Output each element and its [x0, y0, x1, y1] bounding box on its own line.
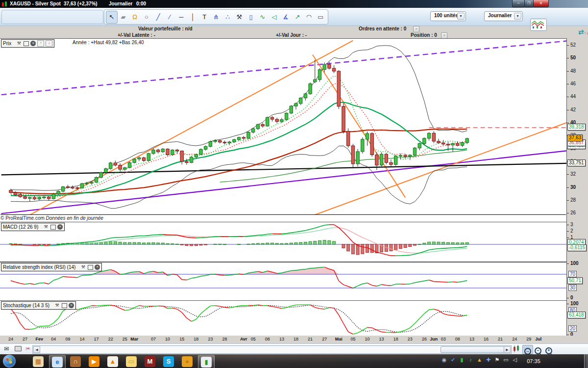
vertical-line-tool-icon[interactable]: │ [187, 11, 199, 24]
music-tray-icon[interactable]: ♪ [466, 357, 475, 363]
mail-icon[interactable]: ✉ [4, 345, 9, 352]
close-pane-icon[interactable]: × [95, 264, 100, 270]
time-axis-label: 14 [79, 337, 84, 342]
utility-tray-icon[interactable]: ▲ [475, 357, 484, 363]
tools-settings-tool-icon[interactable]: ⚒ [234, 11, 245, 24]
app-statusbar: ✉ ✂× ◀ ▶ ↔ − + [0, 343, 588, 355]
triangle-pattern-tool-icon[interactable]: ◁ [269, 11, 280, 24]
candle-pattern-icon[interactable] [512, 345, 521, 353]
settings-wrench-icon[interactable]: ⚒ [54, 303, 60, 308]
volume-tray-icon[interactable]: ◁ [511, 357, 519, 363]
rsi-pane-header: Relative strength index (RSI) (14) ⚒ × [1, 263, 102, 271]
time-axis-label: 10 [165, 337, 170, 342]
candle [394, 156, 397, 164]
alarm-tool-icon[interactable]: Ω [129, 11, 141, 24]
angle-lines-tool-icon[interactable]: ∡ [280, 11, 292, 24]
start-button[interactable] [3, 355, 16, 368]
scroll-left-arrow[interactable]: ◀ [33, 346, 40, 353]
settings-wrench-icon[interactable]: ⚒ [43, 224, 49, 230]
scale-down-icon[interactable]: ↓ [46, 40, 52, 47]
candle [318, 70, 321, 79]
candle [204, 146, 207, 149]
delete-objects-tool-icon[interactable]: ▯ [245, 11, 257, 24]
candle [152, 150, 155, 154]
quantity-dropdown[interactable]: 100 unités ▼ [430, 11, 466, 21]
horizontal-line-tool-icon[interactable]: ─ [175, 11, 187, 24]
close-pane-icon[interactable]: × [57, 224, 63, 230]
time-axis[interactable]: 2427Fev040914172225Mar071015182328Avr050… [0, 336, 588, 343]
zigzag-pattern-tool-icon[interactable]: ∿ [257, 11, 269, 24]
taskbar-clock[interactable]: 07:35 [522, 354, 545, 368]
taskbar-app-setup-app[interactable]: ▦ [30, 355, 46, 368]
detach-window-icon[interactable] [24, 41, 29, 46]
measure-tool-icon[interactable]: ▰ [118, 11, 129, 24]
zoom-fit-icon[interactable]: ↔ [522, 345, 533, 354]
detach-window-icon[interactable] [62, 303, 67, 308]
price-axis-gutter[interactable]: 5250484644424038363432302826321100010007… [566, 38, 588, 336]
zoom-in-icon[interactable]: + [544, 345, 554, 353]
sync-arrows-icon[interactable]: ⇄↑↓ [578, 28, 588, 36]
candle [247, 132, 250, 138]
zoom-lens-tool-icon[interactable]: ○ [141, 11, 152, 24]
security-check-tray-icon[interactable]: ✔ [449, 357, 457, 363]
candle [252, 129, 255, 132]
pitchfork-tool-icon[interactable]: ⋔ [210, 11, 222, 24]
scale-up-icon[interactable]: ↑ [37, 40, 44, 47]
chart-style-button[interactable] [530, 19, 547, 31]
settings-wrench-icon[interactable]: ⚒ [16, 41, 22, 46]
settings-wrench-icon[interactable]: ⚒ [80, 264, 86, 270]
time-axis-label: 08 [455, 337, 460, 342]
timeframe-dropdown[interactable]: Journalier ▼ [484, 11, 523, 21]
display-tray-icon[interactable]: ▭ [502, 357, 510, 363]
candle [57, 191, 60, 194]
pointer-tool-icon[interactable]: ↖ [106, 11, 118, 24]
detach-window-icon[interactable] [88, 265, 93, 270]
ellipse-select-tool-icon[interactable]: ◠ [303, 11, 315, 24]
webcam-tray-icon[interactable]: ◉ [440, 357, 448, 363]
scroll-right-arrow[interactable]: ▶ [504, 346, 511, 353]
show-desktop-button[interactable] [584, 354, 588, 368]
print-icon[interactable] [15, 345, 22, 352]
segment-tool-icon[interactable]: ∕ [164, 11, 175, 24]
horizontal-scrollbar[interactable]: ◀ ▶ [32, 345, 512, 354]
candle [114, 163, 117, 165]
zoom-out-icon[interactable]: − [533, 345, 543, 353]
candle [128, 162, 131, 168]
last-value-box: 63,418 [567, 312, 586, 318]
orders-clear-button[interactable]: × [413, 26, 419, 32]
close-button[interactable]: × [533, 0, 549, 7]
rectangle-select-tool-icon[interactable]: ▭ [315, 11, 326, 24]
chart-tray-icon[interactable]: ▮ [458, 357, 466, 363]
points-tool-icon[interactable]: ∴ [222, 11, 234, 24]
stochastic-pane[interactable] [0, 300, 566, 337]
detach-window-icon[interactable] [50, 225, 56, 230]
macd-pane[interactable] [0, 222, 566, 262]
text-note-tool-icon[interactable]: T [199, 11, 211, 24]
taskbar-app-explorer-folder[interactable]: ▭ [123, 355, 139, 368]
taskbar-app-money-manager[interactable]: M [142, 355, 158, 368]
flag-tray-icon[interactable]: ⚑ [493, 357, 501, 363]
forecast-tool-icon[interactable]: ↗ [292, 11, 303, 24]
close-pane-icon[interactable]: × [30, 41, 36, 46]
candle [171, 150, 174, 155]
time-axis-label: 29 [526, 337, 531, 342]
taskbar-app-vlc[interactable]: ▲ [105, 355, 121, 368]
minimize-button[interactable]: – [512, 0, 525, 7]
taskbar-app-emule[interactable]: ∩ [68, 355, 83, 368]
time-axis-label: 05 [251, 337, 256, 342]
wrench-tray-icon[interactable]: ✚ [484, 357, 492, 363]
taskbar-app-coin-app[interactable]: ● [179, 355, 195, 368]
trend-line-tool-icon[interactable]: ╱ [152, 11, 164, 24]
chevron-down-icon[interactable]: ▼ [514, 13, 521, 20]
scrollbar-thumb[interactable] [441, 346, 504, 353]
purple-dashed-trendline [1, 41, 566, 95]
maximize-button[interactable]: ❒ [524, 0, 534, 7]
taskbar-app-skype[interactable]: S [161, 355, 176, 368]
price-pane[interactable] [0, 38, 566, 223]
taskbar-app-internet-explorer[interactable]: e [49, 355, 66, 368]
taskbar-app-media-player[interactable]: ▶ [86, 355, 102, 368]
close-pane-icon[interactable]: × [69, 303, 74, 308]
chevron-down-icon[interactable]: ▼ [457, 13, 465, 20]
taskbar-app-prorealtime[interactable]: ▮ [198, 355, 215, 368]
macd-pane-header: MACD (12 26 9) ⚒ × [1, 223, 65, 231]
